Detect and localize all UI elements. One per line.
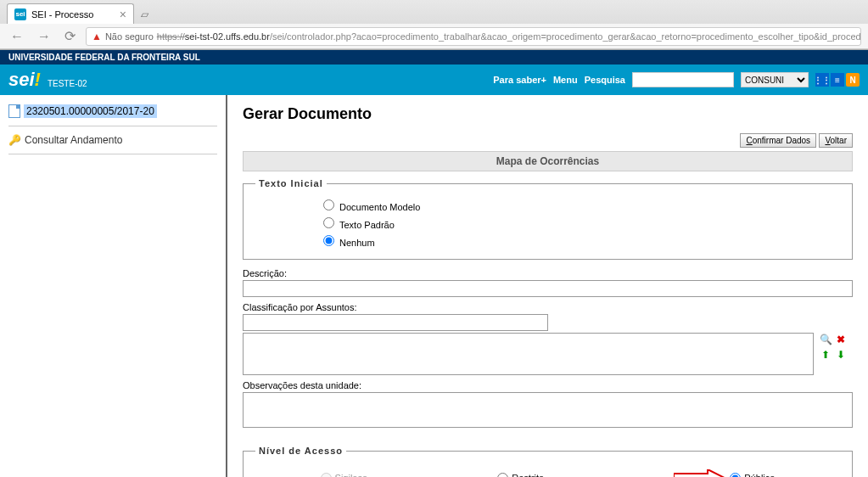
radio-restrito[interactable]: Restrito [497, 473, 544, 478]
descricao-label: Descrição: [243, 268, 853, 278]
tab-bar: sei SEI - Processo × ▱ [0, 0, 868, 24]
nivel-acesso-fieldset: Nível de Acesso Sigiloso Restrito Públic… [243, 446, 853, 477]
sei-logo: sei! [8, 69, 41, 91]
section-header: Mapa de Ocorrências [243, 151, 853, 171]
environment-label: TESTE-02 [48, 79, 87, 90]
institution-bar: UNIVERSIDADE FEDERAL DA FRONTEIRA SUL [0, 50, 868, 65]
radio-texto-padrao[interactable]: Texto Padrão [323, 215, 840, 233]
browser-chrome: sei SEI - Processo × ▱ ← → ⟳ ▲ Não segur… [0, 0, 868, 50]
back-button[interactable]: ← [7, 27, 27, 46]
observacoes-label: Observações desta unidade: [243, 380, 853, 390]
search-input[interactable] [632, 72, 734, 87]
favicon-icon: sei [14, 8, 26, 20]
url-text: https://sei-tst-02.uffs.edu.br/sei/contr… [157, 31, 861, 42]
reload-button[interactable]: ⟳ [61, 26, 79, 46]
divider [8, 126, 217, 126]
search-icon[interactable]: 🔍 [819, 333, 832, 346]
processo-tree-item[interactable]: 2320501.00000005/2017-20 [8, 102, 217, 121]
new-tab-button[interactable]: ▱ [134, 5, 155, 24]
menu-link[interactable]: Menu [553, 75, 578, 85]
page-title: Gerar Documento [243, 105, 853, 123]
svg-marker-0 [674, 469, 725, 477]
header-icons: ⋮⋮ ≡ N [815, 73, 860, 87]
confirmar-dados-button-top[interactable]: Confirmar Dados [740, 133, 816, 148]
assunto-search-input[interactable] [243, 314, 548, 331]
sei-header: sei! TESTE-02 Para saber+ Menu Pesquisa … [0, 65, 868, 95]
consultar-andamento-item[interactable]: 🔑 Consultar Andamento [8, 132, 217, 149]
assunto-list[interactable] [243, 333, 814, 375]
key-icon: 🔑 [8, 134, 21, 146]
notification-icon[interactable]: N [846, 73, 860, 87]
grid-icon[interactable]: ⋮⋮ [815, 73, 829, 87]
classificacao-label: Classificação por Assuntos: [243, 302, 853, 312]
radio-documento-modelo[interactable]: Documento Modelo [323, 197, 840, 215]
pesquisa-label: Pesquisa [585, 75, 625, 85]
tab-title: SEI - Processo [31, 9, 93, 20]
divider [8, 154, 217, 154]
browser-tab[interactable]: sei SEI - Processo × [7, 3, 134, 24]
voltar-button-top[interactable]: Voltar [819, 133, 853, 148]
document-icon [8, 104, 20, 118]
radio-publico[interactable]: Público [730, 473, 775, 478]
unit-select[interactable]: CONSUNI [741, 72, 809, 87]
forward-button[interactable]: → [34, 27, 54, 46]
list-icon[interactable]: ≡ [831, 73, 844, 87]
close-icon[interactable]: × [120, 8, 126, 21]
texto-inicial-fieldset: Texto Inicial Documento Modelo Texto Pad… [243, 178, 853, 260]
nivel-acesso-legend: Nível de Acesso [255, 446, 346, 456]
observacoes-input[interactable] [243, 392, 853, 428]
radio-sigiloso: Sigiloso [321, 473, 368, 478]
red-arrow-annotation [674, 469, 725, 477]
descricao-input[interactable] [243, 280, 853, 297]
warning-icon: ▲ [92, 31, 102, 42]
content-area: Gerar Documento Confirmar Dados Voltar M… [227, 95, 868, 477]
sidebar: 2320501.00000005/2017-20 🔑 Consultar And… [0, 95, 227, 477]
url-input[interactable]: ▲ Não seguro https://sei-tst-02.uffs.edu… [86, 27, 861, 46]
move-down-icon[interactable]: ⬇ [834, 348, 848, 362]
para-saber-link[interactable]: Para saber+ [493, 75, 546, 85]
not-secure-label: Não seguro [105, 31, 154, 42]
remove-icon[interactable]: ✖ [834, 333, 848, 346]
consultar-andamento-link[interactable]: Consultar Andamento [25, 134, 122, 146]
processo-link[interactable]: 2320501.00000005/2017-20 [24, 104, 157, 118]
address-bar: ← → ⟳ ▲ Não seguro https://sei-tst-02.uf… [0, 24, 868, 49]
radio-nenhum[interactable]: Nenhum [323, 233, 840, 250]
move-up-icon[interactable]: ⬆ [819, 348, 832, 362]
texto-inicial-legend: Texto Inicial [255, 178, 327, 188]
